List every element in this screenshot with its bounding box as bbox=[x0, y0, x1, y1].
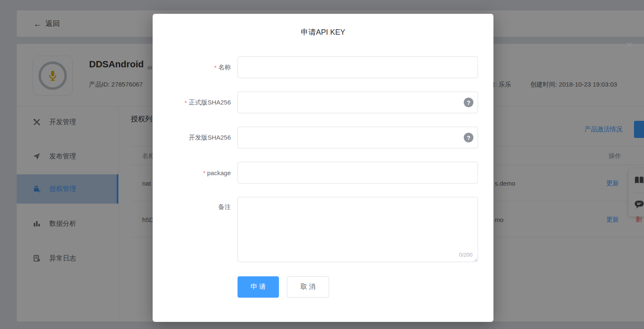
required-asterisk: * bbox=[214, 64, 217, 71]
release-sha256-input-wrap: ? bbox=[238, 92, 478, 113]
field-row-package: * package bbox=[153, 162, 493, 184]
package-input-wrap bbox=[238, 162, 478, 184]
field-label-text: 备注 bbox=[218, 203, 231, 211]
field-row-name: * 名称 bbox=[153, 56, 493, 78]
name-input[interactable] bbox=[238, 56, 478, 78]
field-row-dev-sha256: 开发版SHA256 ? bbox=[153, 127, 493, 148]
cancel-button[interactable]: 取 消 bbox=[287, 276, 329, 298]
authorization-management-page: ← 返回 DDSAndroid android 产品ID: 278576067 bbox=[0, 0, 644, 329]
field-label: * package bbox=[153, 162, 231, 184]
dev-sha256-input-wrap: ? bbox=[238, 127, 478, 148]
char-counter: 0/200 bbox=[459, 252, 473, 258]
dialog-title: 申请API KEY bbox=[153, 27, 493, 37]
note-textarea-wrap: 0/200 bbox=[238, 197, 478, 262]
release-sha256-input[interactable] bbox=[238, 92, 478, 113]
required-asterisk: * bbox=[203, 169, 205, 176]
field-label-text: 正式版SHA256 bbox=[189, 99, 231, 107]
close-icon[interactable]: × bbox=[623, 38, 636, 51]
help-question-icon[interactable]: ? bbox=[464, 98, 473, 107]
apply-button[interactable]: 申 请 bbox=[238, 276, 279, 298]
field-label-text: 名称 bbox=[218, 64, 231, 71]
field-row-release-sha256: * 正式版SHA256 ? bbox=[153, 92, 493, 113]
field-label-text: 开发版SHA256 bbox=[189, 134, 231, 142]
field-label-text: package bbox=[207, 169, 231, 176]
field-label: * 正式版SHA256 bbox=[153, 92, 231, 113]
field-row-note: 备注 0/200 bbox=[153, 197, 493, 262]
dialog-buttons: 申 请 取 消 bbox=[238, 276, 329, 298]
field-label: 备注 bbox=[153, 197, 231, 262]
help-question-icon[interactable]: ? bbox=[464, 133, 473, 143]
name-input-wrap bbox=[238, 56, 478, 78]
package-input[interactable] bbox=[238, 162, 478, 184]
required-asterisk: * bbox=[184, 99, 187, 106]
note-textarea[interactable] bbox=[238, 197, 478, 262]
dev-sha256-input[interactable] bbox=[238, 127, 478, 148]
field-label: * 名称 bbox=[153, 56, 231, 78]
apply-api-key-dialog: 申请API KEY × * 名称 * 正式版SHA256 ? 开发版SHA25 bbox=[153, 14, 493, 322]
field-label: 开发版SHA256 bbox=[153, 127, 231, 148]
